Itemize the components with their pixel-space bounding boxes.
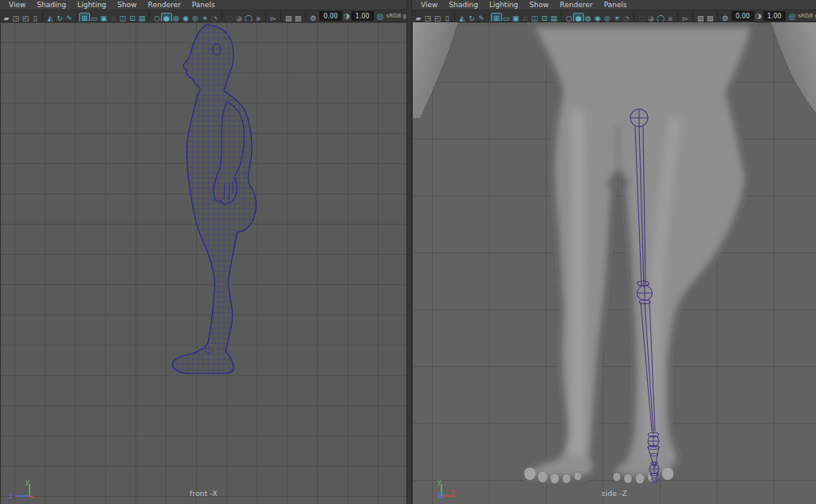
menu-shading[interactable]: Shading [31, 0, 72, 10]
motion-blur-icon[interactable]: ◕ [646, 14, 656, 23]
shadows-icon[interactable]: ◔ [622, 14, 631, 23]
gamma-icon[interactable]: ◎ [789, 12, 796, 21]
pose-icon[interactable]: ◭ [45, 14, 55, 23]
ambient-occlusion-icon[interactable]: ◌ [637, 14, 646, 23]
gamma-icon[interactable]: ◎ [377, 12, 384, 21]
colorspace-label[interactable]: sRGB gamma (legacy) [798, 13, 816, 19]
menu-lighting[interactable]: Lighting [72, 0, 112, 10]
safe-action-icon[interactable]: ⊡ [128, 14, 137, 23]
exposure-gear-icon[interactable]: ⚙ [720, 14, 730, 23]
toolbar-separator [222, 12, 222, 21]
movie-camera-icon[interactable]: ▰ [2, 14, 11, 23]
lights-icon[interactable]: ☀ [612, 14, 622, 23]
exposure-field[interactable]: 0.00 [732, 11, 754, 21]
menu-show[interactable]: Show [112, 0, 142, 10]
toolbar-separator [488, 12, 489, 21]
image-plane-icon[interactable]: ▧ [284, 14, 293, 23]
shaded-sphere-icon[interactable]: ● [574, 14, 583, 23]
antialias-icon[interactable]: ◯ [244, 14, 253, 23]
arm-top-right[interactable] [771, 22, 816, 115]
isolate-select-icon[interactable]: ▻ [269, 14, 278, 23]
menu-view[interactable]: View [3, 0, 31, 10]
film-gate-icon[interactable]: ▭ [501, 14, 511, 23]
exposure-icon[interactable]: ◑ [755, 12, 762, 20]
default-material-icon[interactable]: ◎ [190, 14, 200, 23]
panel-toolbar: ▰◳◰▯◭↻✎⊞▭▣▫◫⊡▤○●◍◉◎☀◔◌◕◯▪▻▧▨⚙ 0.00 ◑ 1.0… [412, 10, 816, 22]
texture-view-icon[interactable]: ▨ [293, 14, 303, 23]
shaded-body[interactable] [522, 22, 756, 483]
pose-icon[interactable]: ◭ [457, 14, 467, 23]
camera-track-icon[interactable]: ◳ [11, 14, 21, 23]
toolbar-icon-strip: ▰◳◰▯◭↻✎⊞▭▣▫◫⊡▤○●◍◉◎☀◔◌◕◯▪▻▧▨⚙ [414, 10, 730, 22]
safe-action-icon[interactable]: ⊡ [539, 14, 549, 23]
menu-panels[interactable]: Panels [186, 0, 221, 10]
textured-sphere-icon[interactable]: ◍ [171, 14, 181, 23]
wireframe-sphere-icon[interactable]: ○ [564, 14, 574, 23]
resolution-gate-icon[interactable]: ▣ [99, 14, 108, 23]
grid-toggle-icon[interactable]: ⊞ [492, 14, 501, 23]
exposure-icon[interactable]: ◑ [343, 12, 350, 20]
textured-sphere-icon[interactable]: ◍ [583, 14, 593, 23]
shaded-figure-legs[interactable] [413, 22, 816, 504]
camera-up-icon[interactable]: ◰ [21, 14, 30, 23]
grid-toggle-icon[interactable]: ⊞ [80, 14, 89, 23]
depth-of-field-icon[interactable]: ▪ [665, 14, 675, 23]
motion-blur-icon[interactable]: ◕ [234, 14, 244, 23]
depth-of-field-icon[interactable]: ▪ [253, 14, 263, 23]
wireframe-sphere-icon[interactable]: ○ [152, 14, 162, 23]
shadows-icon[interactable]: ◔ [210, 14, 219, 23]
movie-camera-icon[interactable]: ▰ [414, 14, 423, 23]
resolution-gate-icon[interactable]: ▣ [511, 14, 520, 23]
toolbar-separator [692, 12, 693, 21]
exposure-field[interactable]: 0.00 [320, 11, 342, 21]
viewport-panel-front: ViewShadingLightingShowRendererPanels ▰◳… [0, 0, 406, 504]
gate-mask-icon[interactable]: ▫ [520, 14, 530, 23]
gate-mask-icon[interactable]: ▫ [108, 14, 118, 23]
menu-shading[interactable]: Shading [443, 0, 484, 10]
field-chart-icon[interactable]: ◫ [530, 14, 539, 23]
toolbar-separator [561, 12, 562, 21]
safe-title-icon[interactable]: ▤ [137, 14, 147, 23]
rotate-view-icon[interactable]: ↻ [55, 14, 65, 23]
menu-show[interactable]: Show [524, 0, 554, 10]
shaded-sphere-icon[interactable]: ● [162, 14, 171, 23]
antialias-icon[interactable]: ◯ [656, 14, 665, 23]
exposure-gear-icon[interactable]: ⚙ [308, 14, 318, 23]
menu-view[interactable]: View [415, 0, 443, 10]
toolbar-separator [280, 12, 281, 21]
texture-view-icon[interactable]: ▨ [705, 14, 715, 23]
pencil-icon[interactable]: ✎ [477, 14, 486, 23]
wire-on-shaded-icon[interactable]: ◉ [181, 14, 190, 23]
wire-on-shaded-icon[interactable]: ◉ [593, 14, 602, 23]
colorspace-label[interactable]: sRGB gamma (legacy) [386, 13, 406, 19]
film-gate-icon[interactable]: ▭ [89, 14, 99, 23]
viewport-front[interactable]: y z front -X [0, 22, 406, 504]
arm-top-left[interactable] [413, 22, 458, 118]
camera-up-icon[interactable]: ◰ [433, 14, 442, 23]
safe-title-icon[interactable]: ▤ [549, 14, 559, 23]
camera-track-icon[interactable]: ◳ [423, 14, 433, 23]
bookmark-icon[interactable]: ▯ [442, 14, 452, 23]
wireframe-body[interactable] [172, 25, 256, 373]
menu-renderer[interactable]: Renderer [555, 0, 598, 10]
wireframe-figure-side-view[interactable] [1, 22, 407, 504]
gamma-field[interactable]: 1.00 [763, 11, 786, 21]
viewport-side[interactable]: y x side -Z [412, 22, 816, 504]
viewport-panel-side: ViewShadingLightingShowRendererPanels ▰◳… [412, 0, 816, 504]
image-plane-icon[interactable]: ▧ [696, 14, 705, 23]
ambient-occlusion-icon[interactable]: ◌ [225, 14, 234, 23]
menu-panels[interactable]: Panels [598, 0, 633, 10]
menu-lighting[interactable]: Lighting [484, 0, 524, 10]
bookmark-icon[interactable]: ▯ [30, 14, 40, 23]
isolate-select-icon[interactable]: ▻ [681, 14, 690, 23]
panel-menubar: ViewShadingLightingShowRendererPanels [412, 0, 816, 10]
lights-icon[interactable]: ☀ [200, 14, 210, 23]
panel-divider[interactable] [406, 0, 412, 504]
pencil-icon[interactable]: ✎ [65, 14, 74, 23]
field-chart-icon[interactable]: ◫ [118, 14, 128, 23]
toolbar-icon-strip: ▰◳◰▯◭↻✎⊞▭▣▫◫⊡▤○●◍◉◎☀◔◌◕◯▪▻▧▨⚙ [2, 10, 318, 22]
default-material-icon[interactable]: ◎ [602, 14, 612, 23]
rotate-view-icon[interactable]: ↻ [467, 14, 477, 23]
menu-renderer[interactable]: Renderer [143, 0, 186, 10]
gamma-field[interactable]: 1.00 [351, 11, 374, 21]
